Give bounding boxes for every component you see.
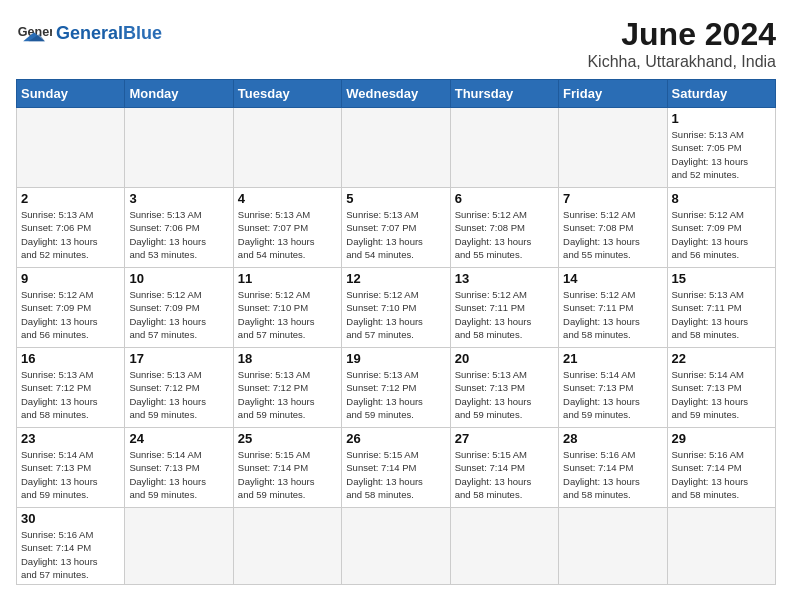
day-cell: 21Sunrise: 5:14 AMSunset: 7:13 PMDayligh… (559, 348, 667, 428)
day-number: 17 (129, 351, 228, 366)
day-cell: 9Sunrise: 5:12 AMSunset: 7:09 PMDaylight… (17, 268, 125, 348)
day-info: Sunrise: 5:15 AMSunset: 7:14 PMDaylight:… (455, 448, 554, 501)
weekday-header-wednesday: Wednesday (342, 80, 450, 108)
day-info: Sunrise: 5:14 AMSunset: 7:13 PMDaylight:… (672, 368, 771, 421)
day-number: 12 (346, 271, 445, 286)
weekday-header-thursday: Thursday (450, 80, 558, 108)
day-cell: 27Sunrise: 5:15 AMSunset: 7:14 PMDayligh… (450, 428, 558, 508)
day-cell: 7Sunrise: 5:12 AMSunset: 7:08 PMDaylight… (559, 188, 667, 268)
logo-general: General (56, 23, 123, 43)
day-info: Sunrise: 5:12 AMSunset: 7:09 PMDaylight:… (21, 288, 120, 341)
week-row-5: 30Sunrise: 5:16 AMSunset: 7:14 PMDayligh… (17, 508, 776, 585)
location-title: Kichha, Uttarakhand, India (587, 53, 776, 71)
day-cell: 20Sunrise: 5:13 AMSunset: 7:13 PMDayligh… (450, 348, 558, 428)
day-cell: 6Sunrise: 5:12 AMSunset: 7:08 PMDaylight… (450, 188, 558, 268)
day-cell: 16Sunrise: 5:13 AMSunset: 7:12 PMDayligh… (17, 348, 125, 428)
weekday-header-row: SundayMondayTuesdayWednesdayThursdayFrid… (17, 80, 776, 108)
day-info: Sunrise: 5:12 AMSunset: 7:10 PMDaylight:… (238, 288, 337, 341)
day-info: Sunrise: 5:15 AMSunset: 7:14 PMDaylight:… (346, 448, 445, 501)
day-info: Sunrise: 5:16 AMSunset: 7:14 PMDaylight:… (672, 448, 771, 501)
day-cell: 14Sunrise: 5:12 AMSunset: 7:11 PMDayligh… (559, 268, 667, 348)
day-cell: 29Sunrise: 5:16 AMSunset: 7:14 PMDayligh… (667, 428, 775, 508)
day-cell (559, 108, 667, 188)
day-number: 16 (21, 351, 120, 366)
day-number: 23 (21, 431, 120, 446)
day-number: 6 (455, 191, 554, 206)
day-number: 1 (672, 111, 771, 126)
day-info: Sunrise: 5:13 AMSunset: 7:12 PMDaylight:… (238, 368, 337, 421)
day-number: 9 (21, 271, 120, 286)
day-info: Sunrise: 5:12 AMSunset: 7:11 PMDaylight:… (455, 288, 554, 341)
day-cell: 23Sunrise: 5:14 AMSunset: 7:13 PMDayligh… (17, 428, 125, 508)
day-cell: 15Sunrise: 5:13 AMSunset: 7:11 PMDayligh… (667, 268, 775, 348)
day-number: 2 (21, 191, 120, 206)
day-info: Sunrise: 5:13 AMSunset: 7:06 PMDaylight:… (129, 208, 228, 261)
logo-blue: Blue (123, 23, 162, 43)
day-number: 13 (455, 271, 554, 286)
month-title: June 2024 (587, 16, 776, 53)
day-number: 15 (672, 271, 771, 286)
day-cell: 18Sunrise: 5:13 AMSunset: 7:12 PMDayligh… (233, 348, 341, 428)
day-info: Sunrise: 5:16 AMSunset: 7:14 PMDaylight:… (21, 528, 120, 581)
day-number: 25 (238, 431, 337, 446)
week-row-4: 23Sunrise: 5:14 AMSunset: 7:13 PMDayligh… (17, 428, 776, 508)
day-cell (559, 508, 667, 585)
day-cell: 22Sunrise: 5:14 AMSunset: 7:13 PMDayligh… (667, 348, 775, 428)
day-cell (125, 108, 233, 188)
day-number: 18 (238, 351, 337, 366)
day-cell: 28Sunrise: 5:16 AMSunset: 7:14 PMDayligh… (559, 428, 667, 508)
day-cell: 17Sunrise: 5:13 AMSunset: 7:12 PMDayligh… (125, 348, 233, 428)
day-number: 28 (563, 431, 662, 446)
week-row-3: 16Sunrise: 5:13 AMSunset: 7:12 PMDayligh… (17, 348, 776, 428)
day-info: Sunrise: 5:13 AMSunset: 7:12 PMDaylight:… (346, 368, 445, 421)
day-cell (342, 508, 450, 585)
day-cell: 5Sunrise: 5:13 AMSunset: 7:07 PMDaylight… (342, 188, 450, 268)
day-number: 4 (238, 191, 337, 206)
day-number: 30 (21, 511, 120, 526)
day-number: 14 (563, 271, 662, 286)
weekday-header-sunday: Sunday (17, 80, 125, 108)
day-number: 29 (672, 431, 771, 446)
day-number: 10 (129, 271, 228, 286)
day-info: Sunrise: 5:14 AMSunset: 7:13 PMDaylight:… (563, 368, 662, 421)
week-row-1: 2Sunrise: 5:13 AMSunset: 7:06 PMDaylight… (17, 188, 776, 268)
day-cell: 12Sunrise: 5:12 AMSunset: 7:10 PMDayligh… (342, 268, 450, 348)
day-number: 27 (455, 431, 554, 446)
logo-text: GeneralBlue (56, 24, 162, 44)
logo-icon: General (16, 16, 52, 52)
day-cell: 1Sunrise: 5:13 AMSunset: 7:05 PMDaylight… (667, 108, 775, 188)
week-row-0: 1Sunrise: 5:13 AMSunset: 7:05 PMDaylight… (17, 108, 776, 188)
day-info: Sunrise: 5:12 AMSunset: 7:09 PMDaylight:… (672, 208, 771, 261)
day-cell (125, 508, 233, 585)
day-info: Sunrise: 5:13 AMSunset: 7:12 PMDaylight:… (129, 368, 228, 421)
day-cell: 11Sunrise: 5:12 AMSunset: 7:10 PMDayligh… (233, 268, 341, 348)
day-number: 19 (346, 351, 445, 366)
day-number: 20 (455, 351, 554, 366)
day-cell: 8Sunrise: 5:12 AMSunset: 7:09 PMDaylight… (667, 188, 775, 268)
header: General GeneralBlue June 2024 Kichha, Ut… (16, 16, 776, 71)
day-info: Sunrise: 5:13 AMSunset: 7:13 PMDaylight:… (455, 368, 554, 421)
day-cell (450, 108, 558, 188)
day-info: Sunrise: 5:12 AMSunset: 7:08 PMDaylight:… (563, 208, 662, 261)
day-cell: 10Sunrise: 5:12 AMSunset: 7:09 PMDayligh… (125, 268, 233, 348)
day-number: 5 (346, 191, 445, 206)
day-info: Sunrise: 5:16 AMSunset: 7:14 PMDaylight:… (563, 448, 662, 501)
day-cell (233, 508, 341, 585)
day-info: Sunrise: 5:12 AMSunset: 7:09 PMDaylight:… (129, 288, 228, 341)
day-info: Sunrise: 5:14 AMSunset: 7:13 PMDaylight:… (129, 448, 228, 501)
day-info: Sunrise: 5:13 AMSunset: 7:07 PMDaylight:… (346, 208, 445, 261)
day-cell: 24Sunrise: 5:14 AMSunset: 7:13 PMDayligh… (125, 428, 233, 508)
day-number: 8 (672, 191, 771, 206)
day-number: 3 (129, 191, 228, 206)
day-cell: 2Sunrise: 5:13 AMSunset: 7:06 PMDaylight… (17, 188, 125, 268)
day-info: Sunrise: 5:13 AMSunset: 7:05 PMDaylight:… (672, 128, 771, 181)
day-cell: 13Sunrise: 5:12 AMSunset: 7:11 PMDayligh… (450, 268, 558, 348)
calendar-table: SundayMondayTuesdayWednesdayThursdayFrid… (16, 79, 776, 585)
day-info: Sunrise: 5:12 AMSunset: 7:08 PMDaylight:… (455, 208, 554, 261)
day-info: Sunrise: 5:12 AMSunset: 7:11 PMDaylight:… (563, 288, 662, 341)
weekday-header-tuesday: Tuesday (233, 80, 341, 108)
day-number: 22 (672, 351, 771, 366)
day-info: Sunrise: 5:15 AMSunset: 7:14 PMDaylight:… (238, 448, 337, 501)
day-number: 24 (129, 431, 228, 446)
day-cell: 4Sunrise: 5:13 AMSunset: 7:07 PMDaylight… (233, 188, 341, 268)
